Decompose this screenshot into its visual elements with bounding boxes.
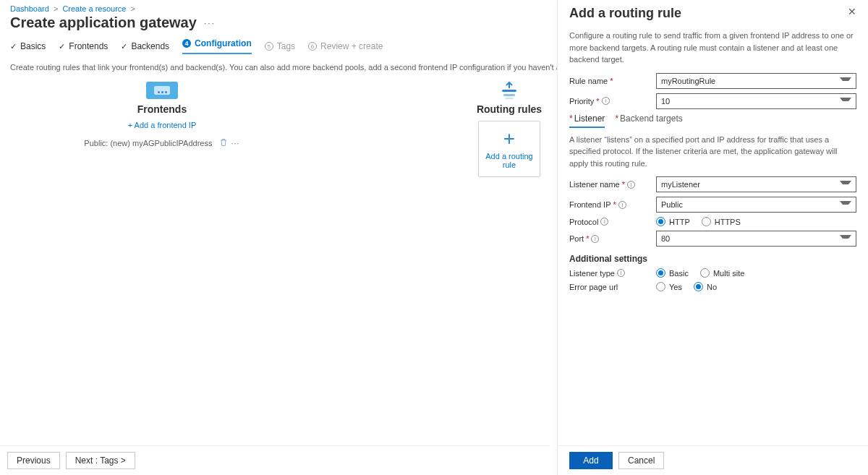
protocol-label: Protocoli [569, 218, 656, 226]
info-icon[interactable]: i [600, 218, 608, 226]
error-page-no-radio[interactable]: No [694, 282, 717, 291]
routing-rules-icon [493, 82, 525, 99]
svg-rect-1 [503, 94, 515, 96]
tab-backend-targets[interactable]: *Backend targets [615, 114, 682, 128]
protocol-http-radio[interactable]: HTTP [656, 217, 690, 226]
panel-title: Add a routing rule [569, 6, 681, 21]
next-button[interactable]: Next : Tags > [66, 452, 135, 469]
priority-label: Priority*i [569, 97, 656, 106]
additional-settings-heading: Additional settings [569, 254, 856, 264]
listener-type-multisite-radio[interactable]: Multi site [700, 268, 744, 278]
add-frontend-ip-link[interactable]: + Add a frontend IP [128, 121, 197, 129]
listener-description: A listener “listens” on a specified port… [569, 134, 856, 170]
check-icon [10, 41, 17, 51]
tab-listener[interactable]: *Listener [569, 114, 605, 128]
wizard-footer: Previous Next : Tags > [0, 445, 550, 475]
active-bullet-icon: 4 [182, 39, 191, 48]
frontends-title: Frontends [137, 103, 187, 115]
info-icon[interactable]: i [627, 181, 635, 189]
port-input[interactable] [656, 231, 856, 247]
error-page-yes-radio[interactable]: Yes [656, 282, 682, 291]
svg-rect-2 [505, 98, 514, 99]
frontends-icon [146, 82, 178, 99]
more-actions-icon[interactable]: ··· [204, 18, 216, 28]
panel-tabs: *Listener *Backend targets [569, 114, 856, 128]
close-icon[interactable]: ✕ [848, 6, 856, 17]
error-page-url-label: Error page url [569, 283, 656, 291]
step-circle-icon: 5 [265, 42, 273, 51]
breadcrumb-dashboard[interactable]: Dashboard [10, 4, 49, 13]
more-icon[interactable]: ··· [231, 139, 239, 147]
context-panel: Add a routing rule ✕ Configure a routing… [557, 0, 868, 475]
tab-frontends-label: Frontends [69, 41, 108, 51]
frontend-ip-label: Public: (new) myAGPublicIPAddress [84, 139, 212, 147]
tab-backends-label: Backends [131, 41, 169, 51]
frontend-ip-select[interactable] [656, 197, 856, 213]
info-icon[interactable]: i [602, 97, 610, 105]
routing-rules-column: Routing rules + Add a routing rule [444, 82, 574, 177]
frontend-ip-row: Public: (new) myAGPublicIPAddress ··· [84, 138, 239, 148]
info-icon[interactable]: i [617, 269, 625, 277]
protocol-https-radio[interactable]: HTTPS [702, 217, 741, 226]
routing-rules-title: Routing rules [477, 103, 542, 115]
rule-name-label: Rule name* [569, 77, 656, 85]
tab-frontends[interactable]: Frontends [59, 38, 108, 54]
tab-review-create[interactable]: 6Review + create [308, 38, 383, 54]
priority-input[interactable] [656, 93, 856, 109]
previous-button[interactable]: Previous [7, 452, 60, 469]
check-icon [121, 41, 127, 51]
tab-tags[interactable]: 5Tags [265, 38, 295, 54]
breadcrumb-sep: > [54, 4, 58, 13]
add-routing-rule-button[interactable]: + Add a routing rule [478, 121, 540, 177]
page-title: Create application gateway [10, 14, 197, 31]
port-label: Port*i [569, 234, 656, 243]
listener-name-input[interactable] [656, 176, 856, 192]
breadcrumb-sep: > [131, 4, 135, 13]
frontend-ip-label: Frontend IP*i [569, 200, 656, 209]
delete-icon[interactable] [219, 138, 228, 148]
frontends-column: Frontends + Add a frontend IP Public: (n… [75, 82, 249, 177]
tab-configuration[interactable]: 4Configuration [182, 38, 252, 54]
tab-tags-label: Tags [277, 41, 295, 51]
panel-description: Configure a routing rule to send traffic… [558, 22, 868, 73]
step-circle-icon: 6 [308, 42, 317, 51]
tab-review-label: Review + create [320, 41, 383, 51]
tab-backends[interactable]: Backends [121, 38, 169, 54]
listener-name-label: Listener name*i [569, 180, 656, 189]
plus-icon: + [503, 129, 515, 149]
tab-basics[interactable]: Basics [10, 38, 46, 54]
breadcrumb-create-resource[interactable]: Create a resource [62, 4, 126, 13]
svg-rect-0 [502, 90, 516, 92]
tab-basics-label: Basics [20, 41, 46, 51]
check-icon [59, 41, 65, 51]
add-routing-rule-label: Add a routing rule [482, 152, 537, 169]
cancel-button[interactable]: Cancel [618, 452, 664, 469]
info-icon[interactable]: i [591, 235, 599, 243]
info-icon[interactable]: i [618, 201, 626, 209]
listener-type-basic-radio[interactable]: Basic [656, 268, 689, 278]
tab-configuration-label: Configuration [195, 38, 252, 48]
rule-name-input[interactable] [656, 73, 856, 89]
listener-type-label: Listener typei [569, 269, 656, 278]
add-button[interactable]: Add [569, 452, 613, 469]
